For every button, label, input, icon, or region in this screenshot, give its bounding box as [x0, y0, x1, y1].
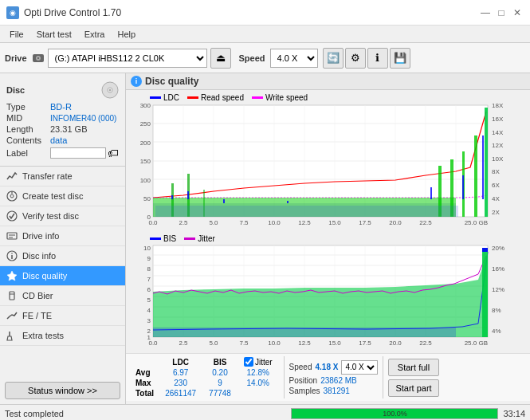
svg-text:16%: 16% [492, 265, 504, 273]
svg-text:300: 300 [140, 104, 151, 109]
titlebar: ◉ Opti Drive Control 1.70 — □ ✕ [0, 0, 530, 26]
menu-file[interactable]: File [3, 28, 30, 41]
stats-divider-2 [383, 356, 383, 398]
menu-start-test[interactable]: Start test [30, 28, 78, 41]
svg-marker-16 [7, 271, 17, 281]
svg-text:4%: 4% [492, 328, 501, 335]
speed-value: 4.18 X [316, 363, 339, 371]
titlebar-left: ◉ Opti Drive Control 1.70 [6, 6, 121, 19]
panel-icon: i [131, 76, 142, 87]
sidebar-item-verify-test-disc[interactable]: Verify test disc [0, 206, 125, 226]
svg-text:2.5: 2.5 [179, 340, 188, 347]
svg-text:16X: 16X [492, 116, 504, 123]
maximize-button[interactable]: □ [495, 6, 508, 19]
statusbar: Test completed 100.0% 33:14 [0, 404, 530, 420]
svg-text:0.0: 0.0 [148, 219, 158, 226]
svg-point-5 [109, 89, 112, 92]
stats-ldc-header: LDC [159, 356, 202, 367]
svg-rect-76 [155, 206, 458, 217]
svg-text:7: 7 [147, 276, 151, 283]
drive-select[interactable]: (G:) ATAPI iHBS112 2 CL0K [48, 49, 207, 68]
app-icon: ◉ [6, 6, 19, 19]
legend-write-speed: Write speed [252, 93, 308, 102]
menu-help[interactable]: Help [111, 28, 142, 41]
svg-text:12X: 12X [492, 142, 504, 149]
close-button[interactable]: ✕ [511, 6, 524, 19]
nav-label-fe-te: FE / TE [22, 311, 52, 320]
svg-text:4X: 4X [492, 195, 500, 202]
svg-text:15.0: 15.0 [328, 219, 341, 226]
svg-text:12.5: 12.5 [298, 340, 311, 347]
panel-title: Disc quality [145, 76, 198, 87]
legend-bis: BIS [150, 234, 176, 243]
sidebar-item-transfer-rate[interactable]: Transfer rate [0, 167, 125, 186]
start-full-button[interactable]: Start full [388, 359, 438, 376]
disc-type-row: Type BD-R [6, 102, 119, 112]
drive-select-wrap: (G:) ATAPI iHBS112 2 CL0K ⏏ [32, 48, 231, 69]
stats-avg-label: Avg [131, 367, 159, 378]
sidebar-item-extra-tests[interactable]: Extra tests [0, 326, 125, 346]
start-part-button[interactable]: Start part [388, 379, 438, 397]
svg-text:5: 5 [147, 296, 151, 304]
jitter-checkbox[interactable] [244, 357, 253, 367]
position-value: 23862 MB [320, 376, 357, 385]
svg-text:5.0: 5.0 [209, 340, 218, 347]
svg-point-2 [37, 57, 39, 59]
svg-text:9: 9 [147, 255, 151, 262]
save-button[interactable]: 💾 [390, 48, 410, 69]
speed-select-stats[interactable]: 4.0 X [341, 360, 378, 375]
svg-text:5.0: 5.0 [209, 219, 218, 226]
minimize-button[interactable]: — [479, 6, 492, 19]
stats-jitter-avg: 12.8% [238, 367, 279, 378]
svg-rect-10 [7, 233, 17, 239]
menu-extra[interactable]: Extra [78, 28, 112, 41]
sidebar-item-cd-bier[interactable]: CD Bier [0, 286, 125, 306]
svg-text:17.5: 17.5 [359, 219, 371, 226]
svg-rect-17 [10, 292, 14, 300]
sidebar-item-disc-quality[interactable]: Disc quality [0, 266, 125, 286]
settings-button[interactable]: ⚙ [345, 48, 366, 69]
legend-read-color [187, 96, 198, 99]
drive-icon [32, 52, 45, 65]
svg-point-14 [11, 253, 13, 254]
status-window-button[interactable]: Status window >> [5, 382, 120, 399]
stats-jitter-max: 14.0% [238, 378, 279, 388]
svg-text:10: 10 [143, 245, 151, 252]
stats-max-label: Max [131, 378, 159, 388]
svg-text:200: 200 [140, 139, 151, 147]
svg-rect-80 [287, 201, 289, 203]
speed-select[interactable]: 4.0 X [270, 49, 318, 68]
disc-panel-title: Disc [6, 85, 25, 95]
nav-label-verify-test-disc: Verify test disc [22, 211, 79, 221]
svg-text:6: 6 [147, 286, 151, 293]
disc-length-label: Length [6, 124, 50, 134]
disc-length-value: 23.31 GB [50, 124, 87, 134]
sidebar: Disc Type BD-R MID INFOMER40 (000) Lengt… [0, 73, 126, 404]
disc-label-icon[interactable]: 🏷 [108, 147, 119, 159]
samples-key: Samples [289, 387, 320, 395]
eject-button[interactable]: ⏏ [210, 48, 231, 69]
info-button[interactable]: ℹ [367, 48, 388, 69]
sidebar-item-drive-info[interactable]: Drive info [0, 226, 125, 246]
svg-text:22.5: 22.5 [419, 340, 432, 347]
sidebar-item-create-test-disc[interactable]: Create test disc [0, 186, 125, 206]
svg-text:15.0: 15.0 [328, 340, 341, 347]
stats-total-label: Total [131, 388, 159, 398]
legend-bis-color [150, 237, 161, 240]
stats-bis-total: 77748 [202, 388, 238, 398]
disc-type-label: Type [6, 102, 50, 112]
right-content: i Disc quality LDC Read speed Write spee… [126, 73, 530, 404]
legend-read-label: Read speed [201, 93, 244, 102]
svg-text:10X: 10X [492, 155, 504, 163]
disc-label-input[interactable] [50, 147, 106, 159]
sidebar-item-fe-te[interactable]: FE / TE [0, 306, 125, 326]
sidebar-item-disc-info[interactable]: Disc info [0, 246, 125, 266]
svg-text:150: 150 [140, 158, 151, 165]
svg-text:12.5: 12.5 [298, 219, 311, 226]
fe-te-icon [6, 310, 18, 321]
refresh-button[interactable]: 🔄 [323, 48, 344, 69]
legend-ldc-label: LDC [163, 93, 179, 102]
toolbar-icons: 🔄 ⚙ ℹ 💾 [323, 48, 410, 69]
svg-text:3: 3 [147, 317, 151, 324]
svg-point-7 [10, 194, 14, 198]
